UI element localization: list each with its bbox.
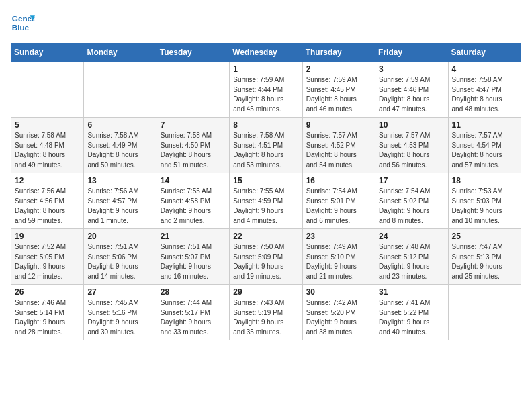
week-row-2: 12Sunrise: 7:56 AM Sunset: 4:56 PM Dayli… [11,173,521,229]
calendar-cell: 17Sunrise: 7:54 AM Sunset: 5:02 PM Dayli… [375,173,448,229]
calendar-cell: 31Sunrise: 7:41 AM Sunset: 5:22 PM Dayli… [375,285,448,340]
calendar-cell: 4Sunrise: 7:58 AM Sunset: 4:47 PM Daylig… [448,62,521,118]
day-info: Sunrise: 7:50 AM Sunset: 5:09 PM Dayligh… [233,242,298,281]
calendar-cell [84,62,157,118]
day-number: 21 [161,232,226,241]
day-info: Sunrise: 7:41 AM Sunset: 5:22 PM Dayligh… [379,298,444,337]
day-info: Sunrise: 7:58 AM Sunset: 4:50 PM Dayligh… [161,131,226,170]
week-row-1: 5Sunrise: 7:58 AM Sunset: 4:48 PM Daylig… [11,118,521,173]
calendar-cell: 25Sunrise: 7:47 AM Sunset: 5:13 PM Dayli… [448,229,521,285]
calendar-cell: 16Sunrise: 7:54 AM Sunset: 5:01 PM Dayli… [302,173,375,229]
day-number: 18 [452,176,517,185]
day-number: 19 [15,232,80,241]
day-number: 3 [379,64,444,74]
day-number: 30 [306,287,371,297]
logo: General Blue [11,11,35,35]
day-number: 22 [233,232,298,241]
day-number: 24 [379,232,444,241]
calendar-cell: 30Sunrise: 7:42 AM Sunset: 5:20 PM Dayli… [302,285,375,340]
calendar-cell: 24Sunrise: 7:48 AM Sunset: 5:12 PM Dayli… [375,229,448,285]
day-number: 5 [15,120,80,130]
day-number: 16 [306,176,371,185]
svg-text:General: General [12,14,35,23]
calendar-cell: 19Sunrise: 7:52 AM Sunset: 5:05 PM Dayli… [11,229,84,285]
calendar-cell: 26Sunrise: 7:46 AM Sunset: 5:14 PM Dayli… [11,285,84,340]
calendar-cell: 15Sunrise: 7:55 AM Sunset: 4:59 PM Dayli… [230,173,302,229]
header-monday: Monday [84,44,157,62]
day-number: 9 [306,120,371,130]
week-row-0: 1Sunrise: 7:59 AM Sunset: 4:44 PM Daylig… [11,62,521,118]
day-info: Sunrise: 7:54 AM Sunset: 5:01 PM Dayligh… [306,187,371,226]
day-number: 25 [452,232,517,241]
calendar-table: SundayMondayTuesdayWednesdayThursdayFrid… [11,43,521,340]
day-info: Sunrise: 7:46 AM Sunset: 5:14 PM Dayligh… [15,298,80,337]
calendar-cell [11,62,84,118]
header-sunday: Sunday [11,44,84,62]
logo-icon: General Blue [11,11,35,35]
calendar-cell: 1Sunrise: 7:59 AM Sunset: 4:44 PM Daylig… [230,62,302,118]
week-row-3: 19Sunrise: 7:52 AM Sunset: 5:05 PM Dayli… [11,229,521,285]
calendar-cell: 9Sunrise: 7:57 AM Sunset: 4:52 PM Daylig… [302,118,375,173]
day-number: 27 [87,287,152,297]
day-number: 23 [306,232,371,241]
calendar-cell: 28Sunrise: 7:44 AM Sunset: 5:17 PM Dayli… [157,285,229,340]
day-info: Sunrise: 7:42 AM Sunset: 5:20 PM Dayligh… [306,298,371,337]
day-info: Sunrise: 7:52 AM Sunset: 5:05 PM Dayligh… [15,242,80,281]
page-header: General Blue [11,11,521,35]
day-number: 26 [15,287,80,297]
day-info: Sunrise: 7:56 AM Sunset: 4:56 PM Dayligh… [15,187,80,226]
day-info: Sunrise: 7:56 AM Sunset: 4:57 PM Dayligh… [87,187,152,226]
header-thursday: Thursday [302,44,375,62]
day-number: 20 [87,232,152,241]
calendar-cell [157,62,229,118]
day-number: 17 [379,176,444,185]
day-info: Sunrise: 7:58 AM Sunset: 4:49 PM Dayligh… [87,131,152,170]
day-number: 15 [233,176,298,185]
header-saturday: Saturday [448,44,521,62]
calendar-cell: 20Sunrise: 7:51 AM Sunset: 5:06 PM Dayli… [84,229,157,285]
day-info: Sunrise: 7:49 AM Sunset: 5:10 PM Dayligh… [306,242,371,281]
header-friday: Friday [375,44,448,62]
day-info: Sunrise: 7:43 AM Sunset: 5:19 PM Dayligh… [233,298,298,337]
day-info: Sunrise: 7:55 AM Sunset: 4:59 PM Dayligh… [233,187,298,226]
day-number: 13 [87,176,152,185]
day-info: Sunrise: 7:44 AM Sunset: 5:17 PM Dayligh… [161,298,226,337]
calendar-cell: 21Sunrise: 7:51 AM Sunset: 5:07 PM Dayli… [157,229,229,285]
day-number: 10 [379,120,444,130]
day-info: Sunrise: 7:59 AM Sunset: 4:44 PM Dayligh… [233,75,298,114]
day-number: 4 [452,64,517,74]
day-number: 31 [379,287,444,297]
calendar-cell: 6Sunrise: 7:58 AM Sunset: 4:49 PM Daylig… [84,118,157,173]
day-number: 29 [233,287,298,297]
header-row: SundayMondayTuesdayWednesdayThursdayFrid… [11,44,521,62]
header-tuesday: Tuesday [157,44,229,62]
day-number: 14 [161,176,226,185]
calendar-cell: 23Sunrise: 7:49 AM Sunset: 5:10 PM Dayli… [302,229,375,285]
day-info: Sunrise: 7:58 AM Sunset: 4:51 PM Dayligh… [233,131,298,170]
day-info: Sunrise: 7:58 AM Sunset: 4:47 PM Dayligh… [452,75,517,114]
calendar-cell: 2Sunrise: 7:59 AM Sunset: 4:45 PM Daylig… [302,62,375,118]
day-info: Sunrise: 7:57 AM Sunset: 4:54 PM Dayligh… [452,131,517,170]
day-info: Sunrise: 7:59 AM Sunset: 4:46 PM Dayligh… [379,75,444,114]
day-info: Sunrise: 7:54 AM Sunset: 5:02 PM Dayligh… [379,187,444,226]
day-info: Sunrise: 7:55 AM Sunset: 4:58 PM Dayligh… [161,187,226,226]
day-number: 2 [306,64,371,74]
calendar-cell: 5Sunrise: 7:58 AM Sunset: 4:48 PM Daylig… [11,118,84,173]
calendar-cell: 12Sunrise: 7:56 AM Sunset: 4:56 PM Dayli… [11,173,84,229]
day-info: Sunrise: 7:59 AM Sunset: 4:45 PM Dayligh… [306,75,371,114]
calendar-cell: 7Sunrise: 7:58 AM Sunset: 4:50 PM Daylig… [157,118,229,173]
day-info: Sunrise: 7:58 AM Sunset: 4:48 PM Dayligh… [15,131,80,170]
day-number: 8 [233,120,298,130]
day-number: 7 [161,120,226,130]
day-info: Sunrise: 7:51 AM Sunset: 5:06 PM Dayligh… [87,242,152,281]
day-info: Sunrise: 7:48 AM Sunset: 5:12 PM Dayligh… [379,242,444,281]
day-number: 6 [87,120,152,130]
calendar-cell: 11Sunrise: 7:57 AM Sunset: 4:54 PM Dayli… [448,118,521,173]
day-info: Sunrise: 7:53 AM Sunset: 5:03 PM Dayligh… [452,187,517,226]
calendar-cell: 3Sunrise: 7:59 AM Sunset: 4:46 PM Daylig… [375,62,448,118]
header-wednesday: Wednesday [230,44,302,62]
calendar-cell: 22Sunrise: 7:50 AM Sunset: 5:09 PM Dayli… [230,229,302,285]
day-number: 12 [15,176,80,185]
svg-text:Blue: Blue [12,23,30,32]
day-info: Sunrise: 7:45 AM Sunset: 5:16 PM Dayligh… [87,298,152,337]
